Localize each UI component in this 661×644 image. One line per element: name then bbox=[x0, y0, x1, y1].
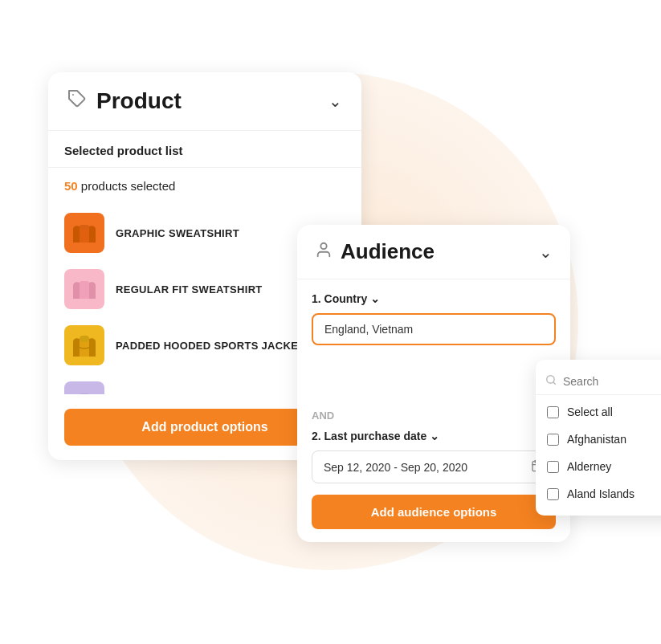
alderney-label: Alderney bbox=[567, 460, 611, 473]
products-count: 50 products selected bbox=[48, 168, 361, 202]
afghanistan-checkbox[interactable] bbox=[547, 434, 559, 446]
dropdown-item-afghanistan[interactable]: Afghanistan bbox=[536, 426, 661, 453]
country-label-text: 1. Country bbox=[312, 292, 367, 305]
product-title: Product bbox=[96, 88, 182, 114]
add-audience-button[interactable]: Add audience options bbox=[312, 495, 556, 529]
country-filter-wrapper: England, Vietnam Select all bbox=[312, 313, 556, 345]
country-value: England, Vietnam bbox=[324, 323, 413, 336]
audience-header-left: Audience bbox=[315, 239, 435, 264]
purchase-date-filter-label: 2. Last purchase date ⌄ bbox=[312, 430, 556, 442]
select-all-label: Select all bbox=[567, 406, 613, 418]
audience-card: Audience ⌄ 1. Country ⌄ England, Vietnam bbox=[297, 225, 570, 542]
product-name-1: GRAPHIC SWEATSHIRT bbox=[116, 227, 239, 239]
svg-line-11 bbox=[553, 382, 556, 385]
date-value: Sep 12, 2020 - Sep 20, 2020 bbox=[324, 461, 467, 474]
product-thumb-3 bbox=[64, 325, 104, 365]
country-chevron-icon[interactable]: ⌄ bbox=[370, 292, 380, 305]
afghanistan-label: Afghanistan bbox=[567, 433, 626, 446]
dropdown-item-alderney[interactable]: Alderney bbox=[536, 453, 661, 480]
aland-islands-label: Aland Islands bbox=[567, 487, 634, 500]
alderney-checkbox[interactable] bbox=[547, 461, 559, 473]
aland-islands-checkbox[interactable] bbox=[547, 488, 559, 500]
product-name-2: REGULAR FIT SWEATSHIRT bbox=[116, 283, 263, 296]
purchase-date-chevron-icon[interactable]: ⌄ bbox=[430, 430, 439, 442]
search-icon bbox=[545, 374, 557, 388]
dropdown-item-aland-islands[interactable]: Aland Islands bbox=[536, 480, 661, 507]
dropdown-search-row bbox=[536, 368, 661, 395]
audience-body: 1. Country ⌄ England, Vietnam bbox=[297, 279, 570, 542]
purchase-date-label-text: 2. Last purchase date bbox=[312, 430, 426, 442]
svg-rect-8 bbox=[80, 393, 89, 394]
svg-rect-4 bbox=[80, 281, 89, 286]
svg-point-9 bbox=[320, 243, 326, 249]
count-text: products selected bbox=[78, 179, 176, 193]
audience-chevron-icon[interactable]: ⌄ bbox=[539, 243, 553, 262]
audience-title: Audience bbox=[341, 239, 435, 264]
selected-list-header: Selected product list bbox=[48, 131, 361, 168]
svg-rect-6 bbox=[80, 336, 89, 342]
person-icon bbox=[315, 241, 333, 263]
audience-card-header: Audience ⌄ bbox=[297, 225, 570, 279]
count-number: 50 bbox=[64, 179, 78, 193]
header-left: Product bbox=[67, 88, 182, 114]
dropdown-item-select-all[interactable]: Select all bbox=[536, 398, 661, 426]
search-input[interactable] bbox=[563, 375, 661, 388]
date-input[interactable]: Sep 12, 2020 - Sep 20, 2020 bbox=[312, 450, 556, 483]
product-chevron-icon[interactable]: ⌄ bbox=[328, 92, 342, 111]
tag-icon bbox=[67, 89, 87, 113]
and-separator: AND bbox=[312, 410, 556, 422]
svg-rect-2 bbox=[80, 225, 89, 230]
product-thumb-4 bbox=[64, 381, 104, 394]
country-input[interactable]: England, Vietnam bbox=[312, 313, 556, 345]
country-filter-label: 1. Country ⌄ bbox=[312, 292, 556, 305]
product-thumb-2 bbox=[64, 269, 104, 309]
country-dropdown: Select all Afghanistan Alderney Aland Is… bbox=[536, 360, 661, 516]
product-card-header: Product ⌄ bbox=[48, 72, 361, 131]
select-all-checkbox[interactable] bbox=[547, 406, 559, 418]
product-thumb-1 bbox=[64, 213, 104, 253]
product-name-3: PADDED HOODED SPORTS JACKET bbox=[116, 340, 304, 352]
